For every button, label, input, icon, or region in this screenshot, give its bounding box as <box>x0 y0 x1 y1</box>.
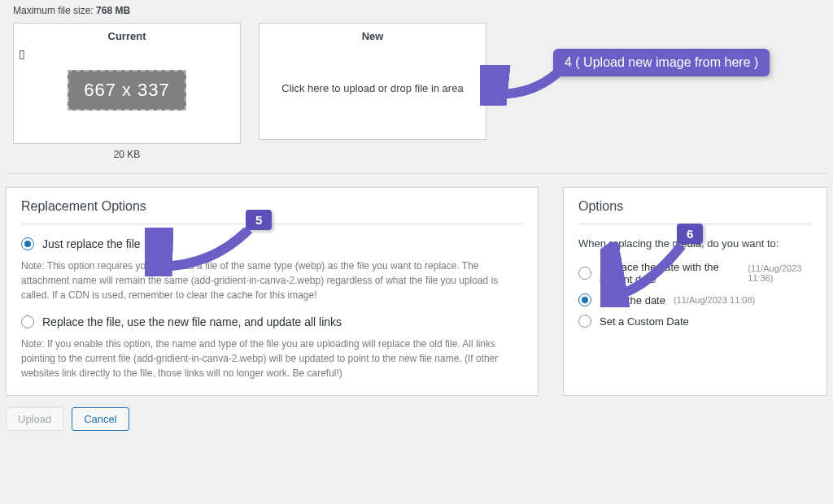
date-replace-meta: (11/Aug/2023 11:36) <box>748 263 812 283</box>
replace-option-rename[interactable]: Replace the file, use the new file name,… <box>21 315 523 328</box>
radio-rename[interactable] <box>21 315 34 328</box>
new-upload-card[interactable]: New Click here to upload or drop file in… <box>259 23 486 140</box>
max-file-size-label: Maximum file size: 768 MB <box>13 5 820 16</box>
date-custom-label: Set a Custom Date <box>600 315 689 328</box>
rename-note: Note: If you enable this option, the nam… <box>21 337 523 380</box>
max-size-text: Maximum file size: <box>13 5 94 16</box>
replacement-options-panel: Replacement Options Just replace the fil… <box>6 187 539 396</box>
current-file-size: 20 KB <box>13 149 241 160</box>
options-title: Options <box>578 199 812 224</box>
annotation-6-badge: 6 <box>677 224 703 244</box>
upload-dropzone-text[interactable]: Click here to upload or drop file in are… <box>259 49 486 128</box>
radio-date-replace[interactable] <box>578 267 591 280</box>
cancel-button[interactable]: Cancel <box>72 407 129 431</box>
current-preview-card: Current ▯ 667 x 337 <box>13 23 241 144</box>
radio-date-custom[interactable] <box>578 315 591 328</box>
replace-option-just-replace[interactable]: Just replace the file <box>21 237 523 250</box>
just-replace-note: Note: This option requires you to upload… <box>21 259 523 302</box>
annotation-5-arrow-icon <box>145 228 259 276</box>
broken-image-icon: ▯ <box>19 47 25 60</box>
annotation-4-bubble: 4 ( Upload new image from here ) <box>553 49 770 76</box>
radio-date-keep[interactable] <box>578 293 591 306</box>
max-size-value: 768 MB <box>96 5 130 16</box>
annotation-6-arrow-icon <box>600 242 690 307</box>
annotation-4-arrow-icon <box>480 65 561 106</box>
radio-just-replace[interactable] <box>21 237 34 250</box>
upload-button[interactable]: Upload <box>6 407 63 431</box>
replacement-title: Replacement Options <box>21 199 523 224</box>
new-title: New <box>259 30 486 42</box>
date-option-custom[interactable]: Set a Custom Date <box>578 315 812 328</box>
just-replace-label: Just replace the file <box>42 237 141 250</box>
current-title: Current <box>14 30 240 42</box>
rename-label: Replace the file, use the new file name,… <box>42 315 342 328</box>
current-placeholder-image: 667 x 337 <box>68 70 186 111</box>
